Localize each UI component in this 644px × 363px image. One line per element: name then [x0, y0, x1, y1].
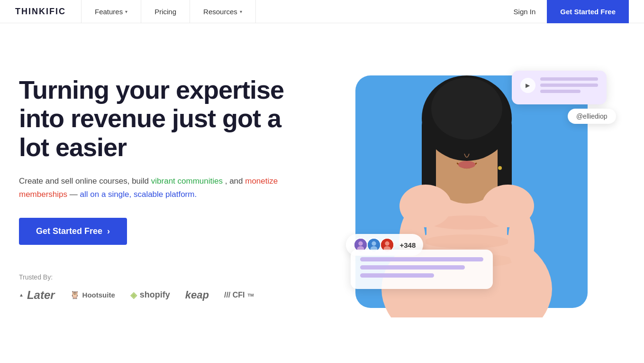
hero-image-area: ▶ @elliediop	[341, 61, 607, 327]
nav-links: Features ▾ Pricing Resources ▾	[81, 0, 514, 23]
logo-keap: keap	[185, 289, 209, 301]
nav-features[interactable]: Features ▾	[81, 0, 141, 23]
hero-right: ▶ @elliediop	[322, 61, 625, 336]
logo-hootsuite: 🦉 Hootsuite	[70, 290, 115, 299]
navbar: THINKIFIC Features ▾ Pricing Resources ▾…	[0, 0, 644, 23]
nav-right: Sign In Get Started Free	[514, 0, 629, 23]
svg-point-8	[450, 146, 460, 152]
svg-point-12	[458, 161, 475, 168]
partner-logos: ▲Later 🦉 Hootsuite ◈ shopify keap /// CF…	[19, 289, 313, 302]
svg-point-9	[474, 146, 483, 152]
chevron-down-icon: ▾	[125, 9, 127, 14]
svg-point-14	[424, 234, 509, 249]
svg-point-19	[508, 211, 535, 272]
hero-section: Turning your expertise into revenue just…	[0, 23, 644, 363]
avatar-count: +348	[400, 241, 416, 249]
hero-left: Turning your expertise into revenue just…	[19, 61, 313, 302]
svg-rect-10	[450, 144, 460, 146]
hero-title: Turning your expertise into revenue just…	[19, 75, 313, 161]
svg-point-22	[358, 242, 363, 246]
video-lines	[540, 77, 598, 93]
svg-rect-11	[474, 144, 483, 146]
username-text: @elliediop	[576, 112, 608, 120]
trusted-by-section: Trusted By: ▲Later 🦉 Hootsuite ◈ shopify…	[19, 273, 313, 302]
content-bar-2	[360, 265, 465, 270]
content-bar-1	[360, 257, 483, 261]
video-line-1	[540, 77, 598, 81]
video-line-3	[540, 90, 581, 93]
chevron-down-icon: ▾	[240, 9, 242, 14]
trusted-label: Trusted By:	[19, 273, 313, 281]
svg-point-7	[431, 78, 502, 140]
arrow-right-icon: ›	[107, 226, 110, 236]
get-started-nav-button[interactable]: Get Started Free	[547, 0, 629, 23]
logo-shopify: ◈ shopify	[130, 290, 170, 300]
content-card	[351, 250, 493, 289]
nav-resources[interactable]: Resources ▾	[190, 0, 256, 23]
video-card-top: ▶	[520, 77, 598, 93]
brand-logo[interactable]: THINKIFIC	[15, 7, 66, 17]
svg-point-25	[372, 242, 376, 246]
svg-point-20	[498, 166, 502, 170]
svg-point-28	[385, 242, 389, 246]
logo-cfi: /// CFITM	[224, 291, 254, 299]
username-bubble: @elliediop	[568, 109, 616, 124]
sign-in-link[interactable]: Sign In	[514, 8, 536, 16]
get-started-hero-button[interactable]: Get Started Free ›	[19, 218, 127, 245]
logo-later: ▲Later	[19, 289, 55, 302]
video-card: ▶	[512, 71, 607, 104]
play-button-icon[interactable]: ▶	[520, 78, 535, 93]
content-bar-3	[360, 273, 434, 278]
nav-pricing[interactable]: Pricing	[141, 0, 190, 23]
video-line-2	[540, 84, 598, 87]
hero-subtitle: Create and sell online courses, build vi…	[19, 175, 294, 200]
